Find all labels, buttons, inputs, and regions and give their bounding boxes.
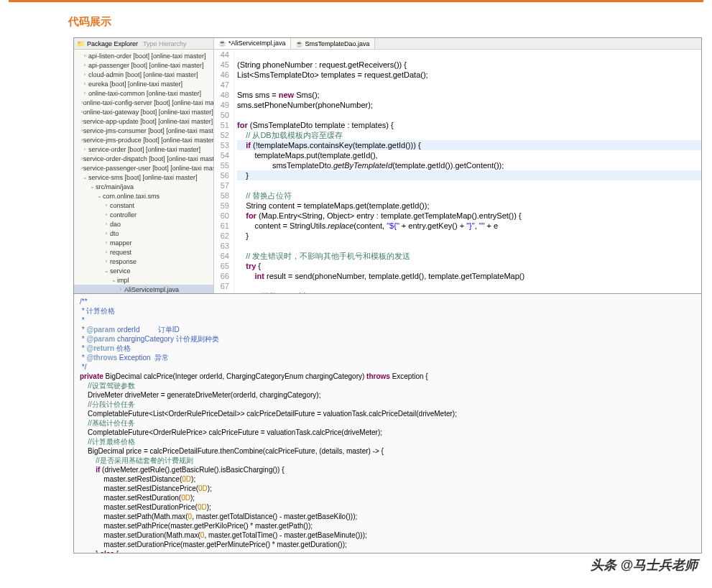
tree-item[interactable]: ›mapper <box>74 238 213 247</box>
tree-item[interactable]: ›constant <box>74 201 213 210</box>
code-line[interactable]: master.setRestDistancePrice(0D); <box>80 484 695 493</box>
code-line[interactable]: * @param orderId 订单ID <box>80 325 695 334</box>
code-line[interactable]: //基础计价任务 <box>80 418 695 428</box>
expand-icon[interactable]: › <box>81 71 88 78</box>
code-line[interactable]: if (!templateMaps.containsKey(template.g… <box>237 140 701 150</box>
code-line[interactable]: for (SmsTemplateDto template : templates… <box>237 120 701 130</box>
code-line[interactable]: String content = templateMaps.get(templa… <box>237 201 701 211</box>
code-line[interactable]: (String phoneNumber : request.getReceive… <box>237 60 701 70</box>
code-line[interactable]: DriveMeter driveMeter = generateDriveMet… <box>80 390 695 400</box>
tree-item[interactable]: ›dto <box>74 229 213 238</box>
code-line[interactable]: for (Map.Entry<String, Object> entry : t… <box>237 211 701 221</box>
type-hierarchy-tab[interactable]: Type Hierarchy <box>143 40 187 47</box>
expand-icon[interactable]: ⌄ <box>88 183 96 190</box>
expand-icon[interactable]: › <box>103 211 110 218</box>
code-line[interactable]: * @return 价格 <box>80 344 695 353</box>
expand-icon[interactable]: ⌄ <box>110 277 117 283</box>
code-line[interactable]: * <box>80 316 695 325</box>
tree-item[interactable]: ›service-app-update [boot] [online-taxi … <box>74 116 213 126</box>
expand-icon[interactable]: › <box>103 258 110 265</box>
code-line[interactable] <box>237 50 701 60</box>
tree-item[interactable]: ⌄service-sms [boot] [online-taxi master] <box>74 173 213 182</box>
code-line[interactable]: try { <box>237 261 701 271</box>
code-line[interactable]: //计算最终价格 <box>80 437 695 446</box>
code-line[interactable]: master.setRestDistance(0D); <box>80 474 695 484</box>
code-line[interactable]: // 发生错误时，不影响其他手机号和模板的发送 <box>237 251 701 261</box>
expand-icon[interactable]: › <box>103 230 110 236</box>
tree-item[interactable]: ›service-jms-produce [boot] [online-taxi… <box>74 135 213 144</box>
code-line[interactable] <box>237 110 701 120</box>
code-line[interactable]: //是否采用基础套餐的计费规则 <box>80 456 695 465</box>
code-line[interactable]: smsTemplateDto.getByTemplateId(template.… <box>237 160 701 170</box>
code-line[interactable]: * @param chargingCategory 计价规则种类 <box>80 334 695 344</box>
tree-item[interactable]: ⌄com.online.taxi.sms <box>74 191 213 201</box>
bottom-code-pane[interactable]: /** * 计算价格 * * @param orderId 订单ID * @pa… <box>74 294 701 553</box>
code-area[interactable]: (String phoneNumber : request.getReceive… <box>234 50 701 293</box>
code-line[interactable]: private BigDecimal calcPrice(Integer ord… <box>80 372 695 381</box>
expand-icon[interactable]: › <box>81 146 88 152</box>
code-line[interactable] <box>237 241 701 251</box>
tree-item[interactable]: ›dao <box>74 219 213 229</box>
tree-item[interactable]: ›online-taxi-config-server [boot] [onlin… <box>74 98 213 107</box>
code-line[interactable]: content = StringUtils.replace(content, "… <box>237 221 701 231</box>
package-explorer[interactable]: 📁 Package Explorer Type Hierarchy ›api-l… <box>74 38 214 293</box>
code-line[interactable]: } <box>237 170 701 180</box>
expand-icon[interactable]: ⌄ <box>81 174 88 180</box>
code-line[interactable]: //设置驾驶参数 <box>80 381 695 390</box>
code-line[interactable]: // 替换占位符 <box>237 190 701 201</box>
code-line[interactable]: */ <box>80 362 695 372</box>
expand-icon[interactable]: ⌄ <box>96 193 103 199</box>
tree-item[interactable]: ›service-jms-consumer [boot] [online-tax… <box>74 126 213 135</box>
tree-item[interactable]: ›online-taxi-gateway [boot] [online-taxi… <box>74 107 213 116</box>
code-line[interactable]: } else { <box>80 549 695 553</box>
code-line[interactable]: List<SmsTemplateDto> templates = request… <box>237 70 701 80</box>
code-line[interactable]: master.setDuration(Math.max(0, master.ge… <box>80 530 695 540</box>
code-line[interactable] <box>237 80 701 90</box>
editor-body[interactable]: 4445464748495051525354555657585960616263… <box>214 50 701 293</box>
tree-item[interactable]: ›response <box>74 257 213 266</box>
tree-item[interactable]: ›api-listen-order [boot] [online-taxi ma… <box>74 51 213 60</box>
code-line[interactable]: CompletableFuture<OrderRulePrice> calcPr… <box>80 428 695 437</box>
tree-item[interactable]: ›cloud-admin [boot] [online-taxi master] <box>74 70 213 79</box>
code-line[interactable]: /** <box>80 297 695 306</box>
code-line[interactable]: master.setRestDurationPrice(0D); <box>80 502 695 512</box>
expand-icon[interactable]: › <box>103 249 110 255</box>
code-line[interactable] <box>237 180 701 190</box>
tree-item[interactable]: ›service-order [boot] [online-taxi maste… <box>74 144 213 154</box>
expand-icon[interactable]: › <box>81 90 88 96</box>
expand-icon[interactable]: › <box>81 81 88 87</box>
tree-item[interactable]: ⌄impl <box>74 275 213 285</box>
code-line[interactable]: //分段计价任务 <box>80 400 695 409</box>
editor-tab[interactable]: ☕*AliServiceImpl.java <box>214 38 291 49</box>
code-line[interactable]: // 组装SMS对象 <box>237 291 701 293</box>
code-line[interactable]: if (driveMeter.getRule().getBasicRule().… <box>80 465 695 474</box>
editor-tab[interactable]: ☕SmsTemplateDao.java <box>291 38 375 49</box>
tree-item[interactable]: ›service-order-dispatch [boot] [online-t… <box>74 154 213 163</box>
code-line[interactable]: sms.setPhoneNumber(phoneNumber); <box>237 100 701 110</box>
code-line[interactable]: * 计算价格 <box>80 306 695 316</box>
expand-icon[interactable]: › <box>117 286 124 293</box>
tree-item[interactable]: ›service-passenger-user [boot] [online-t… <box>74 163 213 173</box>
tree-item[interactable]: ›online-taxi-common [online-taxi master] <box>74 88 213 98</box>
tree-item[interactable]: ›controller <box>74 210 213 219</box>
tree-item[interactable]: ›api-passenger [boot] [online-taxi maste… <box>74 60 213 70</box>
editor-tabs[interactable]: ☕*AliServiceImpl.java☕SmsTemplateDao.jav… <box>214 38 701 50</box>
tree-item[interactable]: ⌄service <box>74 266 213 275</box>
code-line[interactable]: int result = send(phoneNumber, template.… <box>237 271 701 281</box>
code-line[interactable]: master.setPath(Math.max(0, master.getTot… <box>80 512 695 521</box>
code-line[interactable]: Sms sms = new Sms(); <box>237 90 701 100</box>
code-line[interactable]: } <box>237 231 701 241</box>
code-line[interactable]: master.setDurationPrice(master.getPerMin… <box>80 540 695 549</box>
tree-item[interactable]: ›eureka [boot] [online-taxi master] <box>74 79 213 88</box>
expand-icon[interactable]: › <box>103 202 110 208</box>
expand-icon[interactable]: ⌄ <box>103 267 110 274</box>
code-line[interactable] <box>237 281 701 291</box>
tree-item[interactable]: ›request <box>74 247 213 257</box>
code-line[interactable]: CompletableFuture<List<OrderRulePriceDet… <box>80 409 695 418</box>
code-line[interactable]: master.setRestDuration(0D); <box>80 493 695 502</box>
expand-icon[interactable]: › <box>81 52 88 59</box>
code-line[interactable]: BigDecimal price = calcPriceDetailFuture… <box>80 446 695 456</box>
package-tree[interactable]: ›api-listen-order [boot] [online-taxi ma… <box>74 50 213 293</box>
code-line[interactable]: * @throws Exception 异常 <box>80 353 695 362</box>
code-line[interactable]: templateMaps.put(template.getId(), <box>237 150 701 160</box>
